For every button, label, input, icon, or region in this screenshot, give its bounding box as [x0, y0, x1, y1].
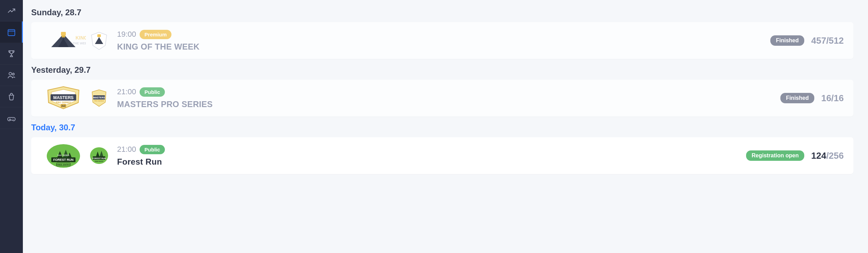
event-meta: 21:00 Public: [117, 145, 746, 154]
event-logo-small: MASTERS PRO SERIES: [89, 88, 109, 108]
event-badge: Public: [140, 87, 165, 97]
svg-text:DAILY SERIES: DAILY SERIES: [57, 154, 70, 156]
svg-point-3: [11, 33, 11, 33]
calendar-icon: [7, 28, 16, 37]
event-logo-large: KING THE WEEK: [41, 27, 86, 54]
svg-rect-13: [62, 36, 65, 37]
day-heading: Sunday, 28.7: [31, 8, 853, 17]
activity-icon: [7, 6, 16, 15]
event-card[interactable]: FOREST RUN DAILY SERIES FREE ENTRY FORES…: [31, 137, 853, 174]
masters-logo-icon: MASTERS PRO SERIES 2v2: [41, 85, 86, 112]
event-logo-small: [89, 30, 109, 51]
player-count: 16/16: [821, 93, 844, 104]
event-info: 19:00 Premium KING OF THE WEEK: [117, 30, 770, 52]
event-badge: Premium: [140, 30, 171, 39]
svg-text:PRO SERIES: PRO SERIES: [94, 100, 104, 102]
event-title: KING OF THE WEEK: [117, 42, 770, 52]
svg-point-2: [10, 33, 10, 33]
day-heading: Today, 30.7: [31, 123, 853, 132]
king-shield-icon: [89, 30, 109, 51]
event-right: Registration open 124/256: [746, 150, 844, 161]
svg-text:KING: KING: [76, 35, 86, 41]
event-meta: 19:00 Premium: [117, 30, 770, 39]
svg-rect-16: [97, 34, 101, 37]
status-pill: Registration open: [746, 150, 804, 161]
event-meta: 21:00 Public: [117, 87, 780, 97]
svg-text:FREE ENTRY: FREE ENTRY: [57, 164, 70, 166]
sidebar-item-calendar[interactable]: [0, 21, 23, 43]
event-info: 21:00 Public Forest Run: [117, 145, 746, 167]
event-info: 21:00 Public MASTERS PRO SERIES: [117, 87, 780, 109]
svg-text:FOREST RUN: FOREST RUN: [53, 158, 74, 162]
king-logo-icon: KING THE WEEK: [41, 27, 86, 54]
masters-shield-icon: MASTERS PRO SERIES: [89, 88, 109, 108]
svg-point-6: [9, 72, 12, 75]
event-list: Sunday, 28.7 KING THE WEEK: [23, 0, 868, 253]
svg-text:PRO SERIES: PRO SERIES: [56, 101, 71, 104]
event-logos: KING THE WEEK: [41, 27, 117, 54]
forest-shield-icon: FOREST RUN FREE ENTRY: [89, 145, 109, 166]
svg-text:THE WEEK: THE WEEK: [73, 42, 86, 45]
sidebar-item-activity[interactable]: [0, 0, 23, 21]
svg-rect-12: [61, 32, 66, 36]
users-icon: [7, 71, 16, 80]
svg-point-10: [12, 119, 13, 119]
sidebar-item-users[interactable]: [0, 64, 23, 86]
trophy-icon: [7, 49, 16, 58]
sidebar-item-game[interactable]: [0, 107, 23, 129]
sidebar-item-trophy[interactable]: [0, 43, 23, 64]
sidebar-item-shop[interactable]: [0, 86, 23, 107]
sidebar: [0, 0, 23, 253]
event-right: Finished 16/16: [780, 93, 844, 104]
event-card[interactable]: MASTERS PRO SERIES 2v2 MASTERS PRO SERIE…: [31, 80, 853, 116]
svg-rect-0: [8, 29, 15, 35]
event-logo-large: FOREST RUN DAILY SERIES FREE ENTRY: [41, 142, 86, 169]
event-time: 21:00: [117, 87, 136, 96]
status-pill: Finished: [770, 35, 804, 46]
shop-icon: [7, 92, 16, 101]
svg-text:FREE ENTRY: FREE ENTRY: [95, 160, 104, 162]
player-count: 457/512: [811, 35, 844, 46]
event-title: Forest Run: [117, 157, 746, 167]
event-time: 21:00: [117, 145, 136, 154]
event-card[interactable]: KING THE WEEK 19:00 Premium KING OF THE …: [31, 22, 853, 59]
svg-point-7: [12, 73, 14, 75]
event-title: MASTERS PRO SERIES: [117, 99, 780, 109]
event-logo-small: FOREST RUN FREE ENTRY: [89, 145, 109, 166]
player-count: 124/256: [811, 150, 844, 161]
game-icon: [7, 114, 16, 123]
svg-point-11: [14, 119, 14, 120]
day-heading: Yesterday, 29.7: [31, 65, 853, 75]
svg-point-4: [13, 33, 13, 33]
forest-logo-icon: FOREST RUN DAILY SERIES FREE ENTRY: [41, 142, 86, 169]
event-logos: MASTERS PRO SERIES 2v2 MASTERS PRO SERIE…: [41, 85, 117, 112]
svg-text:MASTERS: MASTERS: [93, 96, 105, 99]
svg-text:FOREST RUN: FOREST RUN: [92, 157, 106, 159]
event-logo-large: MASTERS PRO SERIES 2v2: [41, 85, 86, 112]
svg-text:2v2: 2v2: [61, 105, 65, 107]
event-logos: FOREST RUN DAILY SERIES FREE ENTRY FORES…: [41, 142, 117, 169]
svg-text:MASTERS: MASTERS: [53, 95, 74, 100]
event-time: 19:00: [117, 30, 136, 39]
status-pill: Finished: [780, 93, 814, 103]
event-badge: Public: [140, 145, 165, 154]
event-right: Finished 457/512: [770, 35, 844, 46]
